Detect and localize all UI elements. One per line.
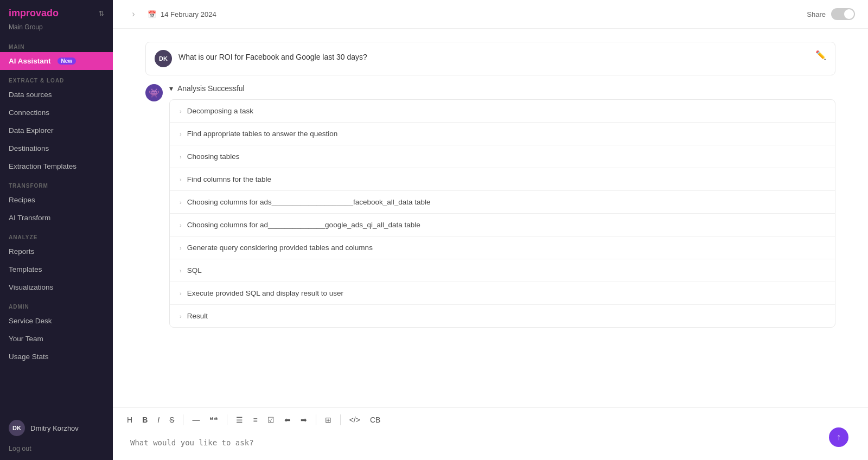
group-admin-label: ADMIN [0, 296, 113, 312]
analysis-header[interactable]: ▾ Analysis Successful [169, 84, 835, 93]
blockquote-button[interactable]: ❝❝ [206, 413, 221, 426]
templates-label: Templates [9, 265, 42, 273]
heading-button[interactable]: H [124, 413, 136, 426]
logout-button[interactable]: Log out [0, 442, 113, 456]
step-label: Choosing columns for ads________________… [187, 198, 431, 206]
step-chevron-icon: › [180, 176, 182, 183]
toolbar: H B I S — ❝❝ ☰ ≡ ☑ ⬅ ➡ ⊞ </> CB [113, 407, 868, 432]
sidebar-item-destinations[interactable]: Destinations [0, 139, 113, 157]
topbar-right: Share [807, 8, 855, 20]
group-switcher-icon[interactable]: ⇅ [99, 10, 104, 17]
date-display: 📅 14 February 2024 [148, 10, 216, 18]
outdent-button[interactable]: ⬅ [281, 413, 294, 426]
sidebar-item-reports[interactable]: Reports [0, 242, 113, 260]
share-toggle[interactable] [831, 8, 855, 20]
checklist-button[interactable]: ☑ [264, 413, 278, 426]
group-main-label: MAIN [0, 36, 113, 52]
step-item[interactable]: ›Choosing columns for ad______________go… [170, 214, 835, 237]
main-group-label: Main Group [0, 22, 113, 36]
italic-button[interactable]: I [154, 413, 163, 426]
connections-label: Connections [9, 108, 49, 117]
visualizations-label: Visualizations [9, 283, 53, 291]
share-label: Share [807, 10, 826, 18]
sidebar-item-ai-assistant[interactable]: AI Assistant New [0, 52, 113, 70]
topbar: › 📅 14 February 2024 Share [113, 0, 868, 29]
step-list: ›Decomposing a task›Find appropriate tab… [169, 99, 835, 328]
sidebar-item-recipes[interactable]: Recipes [0, 191, 113, 209]
step-label: Decomposing a task [187, 107, 253, 115]
code-button[interactable]: </> [346, 413, 363, 426]
user-message-text: What is our ROI for Facebook and Google … [178, 50, 809, 61]
ai-assistant-label: AI Assistant [9, 57, 51, 65]
indent-button[interactable]: ➡ [297, 413, 310, 426]
recipes-label: Recipes [9, 196, 35, 204]
user-message: DK What is our ROI for Facebook and Goog… [145, 42, 835, 75]
user-message-avatar: DK [155, 50, 172, 67]
group-extract-label: EXTRACT & LOAD [0, 70, 113, 86]
bullet-list-button[interactable]: ☰ [233, 413, 246, 426]
sidebar-item-ai-transform[interactable]: AI Transform [0, 209, 113, 227]
step-chevron-icon: › [180, 313, 182, 320]
step-chevron-icon: › [180, 131, 182, 137]
data-sources-label: Data sources [9, 91, 52, 99]
bold-button[interactable]: B [139, 413, 151, 426]
app-logo: improvado [9, 8, 59, 19]
topbar-left: › 📅 14 February 2024 [126, 7, 216, 22]
sidebar-item-your-team[interactable]: Your Team [0, 330, 113, 348]
sidebar-item-service-desk[interactable]: Service Desk [0, 312, 113, 330]
step-item[interactable]: ›Generate query considering provided tab… [170, 237, 835, 259]
step-chevron-icon: › [180, 267, 182, 274]
chat-input[interactable] [126, 436, 855, 449]
user-name: Dmitry Korzhov [30, 424, 79, 432]
step-item[interactable]: ›Choosing columns for ads_______________… [170, 191, 835, 214]
codeblock-button[interactable]: CB [367, 413, 384, 426]
step-item[interactable]: ›Choosing tables [170, 145, 835, 168]
ai-message: 👾 ▾ Analysis Successful ›Decomposing a t… [145, 84, 835, 328]
sidebar-item-usage-stats[interactable]: Usage Stats [0, 348, 113, 366]
sidebar-item-data-explorer[interactable]: Data Explorer [0, 122, 113, 139]
strikethrough-button[interactable]: S [166, 413, 177, 426]
step-label: Execute provided SQL and display result … [187, 289, 343, 297]
your-team-label: Your Team [9, 335, 43, 343]
step-item[interactable]: ›Execute provided SQL and display result… [170, 282, 835, 305]
new-badge: New [58, 58, 76, 65]
toolbar-divider-3 [316, 414, 316, 425]
send-button[interactable]: ↑ [829, 427, 848, 447]
sidebar-user[interactable]: DK Dmitry Korzhov [0, 414, 113, 442]
ordered-list-button[interactable]: ≡ [250, 413, 260, 426]
step-item[interactable]: ›Decomposing a task [170, 100, 835, 123]
step-item[interactable]: ›Find appropriate tables to answer the q… [170, 123, 835, 145]
step-chevron-icon: › [180, 108, 182, 114]
step-item[interactable]: ›SQL [170, 259, 835, 282]
sidebar-item-connections[interactable]: Connections [0, 104, 113, 122]
toolbar-divider-4 [340, 414, 341, 425]
usage-stats-label: Usage Stats [9, 353, 49, 361]
data-explorer-label: Data Explorer [9, 126, 54, 135]
sidebar-item-extraction-templates[interactable]: Extraction Templates [0, 157, 113, 175]
reports-label: Reports [9, 247, 34, 255]
ai-transform-label: AI Transform [9, 214, 50, 222]
group-transform-label: TRANSFORM [0, 175, 113, 191]
date-label: 14 February 2024 [161, 10, 216, 18]
ai-avatar: 👾 [145, 84, 163, 101]
step-label: Find appropriate tables to answer the qu… [187, 130, 338, 138]
toolbar-divider-2 [227, 414, 227, 425]
step-chevron-icon: › [180, 154, 182, 160]
forward-nav-button[interactable]: › [126, 7, 141, 22]
ai-content: ▾ Analysis Successful ›Decomposing a tas… [169, 84, 835, 328]
step-label: Choosing columns for ad______________goo… [187, 221, 420, 229]
step-chevron-icon: › [180, 245, 182, 251]
sidebar-item-visualizations[interactable]: Visualizations [0, 278, 113, 296]
sidebar-item-templates[interactable]: Templates [0, 260, 113, 278]
sidebar-item-data-sources[interactable]: Data sources [0, 86, 113, 104]
service-desk-label: Service Desk [9, 317, 52, 325]
horizontal-rule-button[interactable]: — [189, 413, 203, 426]
step-item[interactable]: ›Result [170, 305, 835, 327]
calendar-icon: 📅 [148, 10, 156, 18]
step-chevron-icon: › [180, 222, 182, 228]
step-item[interactable]: ›Find columns for the table [170, 168, 835, 191]
step-label: Generate query considering provided tabl… [187, 244, 373, 252]
table-button[interactable]: ⊞ [322, 413, 335, 426]
input-area: ↑ [113, 432, 868, 460]
edit-message-button[interactable]: ✏️ [815, 50, 826, 60]
